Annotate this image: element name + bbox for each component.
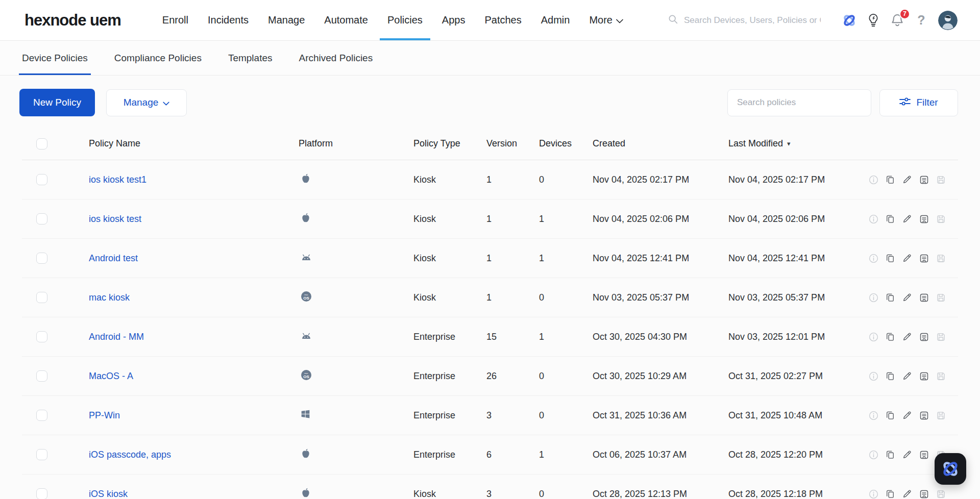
version-cell: 1 bbox=[486, 292, 539, 303]
info-icon[interactable] bbox=[868, 449, 879, 460]
edit-icon[interactable] bbox=[901, 488, 913, 499]
save-icon[interactable] bbox=[935, 253, 946, 264]
edit-icon[interactable] bbox=[901, 213, 913, 224]
save-icon[interactable] bbox=[935, 292, 946, 303]
archive-icon[interactable] bbox=[918, 488, 929, 499]
col-devices[interactable]: Devices bbox=[539, 138, 593, 149]
info-icon[interactable] bbox=[868, 213, 879, 224]
info-icon[interactable] bbox=[868, 331, 879, 342]
archive-icon[interactable] bbox=[918, 174, 929, 185]
save-icon[interactable] bbox=[935, 331, 946, 342]
nav-patches[interactable]: Patches bbox=[475, 0, 531, 40]
duplicate-icon[interactable] bbox=[885, 174, 896, 185]
info-icon[interactable] bbox=[868, 410, 879, 421]
modified-cell: Nov 03, 2025 12:01 PM bbox=[728, 332, 862, 342]
info-icon[interactable] bbox=[868, 253, 879, 264]
policy-name-link[interactable]: iOS passcode, apps bbox=[89, 450, 171, 460]
col-version[interactable]: Version bbox=[486, 138, 539, 149]
info-icon[interactable] bbox=[868, 174, 879, 185]
hexnode-logo[interactable]: hexnode uem bbox=[24, 11, 121, 30]
save-icon[interactable] bbox=[935, 488, 946, 499]
col-policy-name[interactable]: Policy Name bbox=[89, 138, 299, 149]
nav-enroll[interactable]: Enroll bbox=[153, 0, 198, 40]
archive-icon[interactable] bbox=[918, 370, 929, 382]
nav-admin[interactable]: Admin bbox=[531, 0, 580, 40]
manage-dropdown-button[interactable]: Manage bbox=[106, 89, 187, 116]
save-icon[interactable] bbox=[935, 174, 946, 185]
row-checkbox[interactable] bbox=[36, 253, 47, 264]
new-policy-button[interactable]: New Policy bbox=[19, 89, 95, 116]
duplicate-icon[interactable] bbox=[885, 331, 896, 342]
nav-incidents[interactable]: Incidents bbox=[198, 0, 258, 40]
policy-name-link[interactable]: ios kiosk test bbox=[89, 214, 141, 224]
nav-policies[interactable]: Policies bbox=[378, 0, 432, 40]
duplicate-icon[interactable] bbox=[885, 488, 896, 499]
svg-text:OS: OS bbox=[303, 374, 309, 379]
row-checkbox[interactable] bbox=[36, 488, 47, 499]
select-all-checkbox[interactable] bbox=[36, 138, 47, 149]
info-icon[interactable] bbox=[868, 292, 879, 303]
duplicate-icon[interactable] bbox=[885, 292, 896, 303]
nav-automate[interactable]: Automate bbox=[314, 0, 378, 40]
archive-icon[interactable] bbox=[918, 331, 929, 342]
policy-name-link[interactable]: mac kiosk bbox=[89, 292, 130, 303]
edit-icon[interactable] bbox=[901, 292, 913, 303]
nav-more[interactable]: More bbox=[579, 0, 633, 40]
filter-button[interactable]: Filter bbox=[879, 89, 958, 116]
whats-new-lightbulb-icon[interactable] bbox=[865, 11, 882, 30]
duplicate-icon[interactable] bbox=[885, 449, 896, 460]
help-icon[interactable]: ? bbox=[913, 11, 930, 30]
archive-icon[interactable] bbox=[918, 213, 929, 224]
policy-name-link[interactable]: ios kiosk test1 bbox=[89, 174, 146, 185]
col-platform[interactable]: Platform bbox=[299, 138, 413, 149]
archive-icon[interactable] bbox=[918, 410, 929, 421]
duplicate-icon[interactable] bbox=[885, 253, 896, 264]
save-icon[interactable] bbox=[935, 213, 946, 224]
save-icon[interactable] bbox=[935, 410, 946, 421]
hexnode-genie-button[interactable] bbox=[841, 11, 858, 30]
user-avatar[interactable] bbox=[938, 11, 958, 30]
row-checkbox[interactable] bbox=[36, 449, 47, 460]
edit-icon[interactable] bbox=[901, 253, 913, 264]
policy-name-link[interactable]: Android test bbox=[89, 253, 138, 263]
notifications-bell-icon[interactable]: 7 bbox=[889, 11, 906, 30]
row-checkbox[interactable] bbox=[36, 331, 47, 342]
col-policy-type[interactable]: Policy Type bbox=[413, 138, 486, 149]
edit-icon[interactable] bbox=[901, 449, 913, 460]
edit-icon[interactable] bbox=[901, 410, 913, 421]
row-checkbox[interactable] bbox=[36, 174, 47, 185]
policy-name-link[interactable]: PP-Win bbox=[89, 410, 120, 420]
row-checkbox[interactable] bbox=[36, 213, 47, 224]
tab-device-policies[interactable]: Device Policies bbox=[22, 41, 88, 75]
edit-icon[interactable] bbox=[901, 370, 913, 382]
duplicate-icon[interactable] bbox=[885, 370, 896, 382]
archive-icon[interactable] bbox=[918, 253, 929, 264]
nav-apps[interactable]: Apps bbox=[432, 0, 475, 40]
archive-icon[interactable] bbox=[918, 292, 929, 303]
save-icon[interactable] bbox=[935, 370, 946, 382]
policy-name-link[interactable]: iOS kiosk bbox=[89, 489, 128, 499]
global-search-input[interactable] bbox=[684, 15, 821, 26]
row-checkbox[interactable] bbox=[36, 410, 47, 421]
created-cell: Oct 30, 2025 10:29 AM bbox=[593, 371, 728, 382]
col-last-modified[interactable]: Last Modified ▾ bbox=[728, 138, 862, 149]
row-checkbox[interactable] bbox=[36, 370, 47, 382]
table-row: ios kiosk test Kiosk 1 1 Nov 04, 2025 02… bbox=[22, 199, 958, 239]
policy-name-link[interactable]: Android - MM bbox=[89, 332, 144, 342]
edit-icon[interactable] bbox=[901, 174, 913, 185]
tab-templates[interactable]: Templates bbox=[228, 41, 273, 75]
tab-archived-policies[interactable]: Archived Policies bbox=[299, 41, 373, 75]
policy-name-link[interactable]: MacOS - A bbox=[89, 371, 133, 381]
col-created[interactable]: Created bbox=[593, 138, 728, 149]
search-policies-input[interactable] bbox=[727, 89, 871, 116]
nav-manage[interactable]: Manage bbox=[258, 0, 314, 40]
duplicate-icon[interactable] bbox=[885, 213, 896, 224]
tab-compliance-policies[interactable]: Compliance Policies bbox=[114, 41, 202, 75]
archive-icon[interactable] bbox=[918, 449, 929, 460]
hexnode-genie-chat-button[interactable] bbox=[935, 453, 966, 485]
duplicate-icon[interactable] bbox=[885, 410, 896, 421]
row-checkbox[interactable] bbox=[36, 292, 47, 303]
info-icon[interactable] bbox=[868, 488, 879, 499]
edit-icon[interactable] bbox=[901, 331, 913, 342]
info-icon[interactable] bbox=[868, 370, 879, 382]
